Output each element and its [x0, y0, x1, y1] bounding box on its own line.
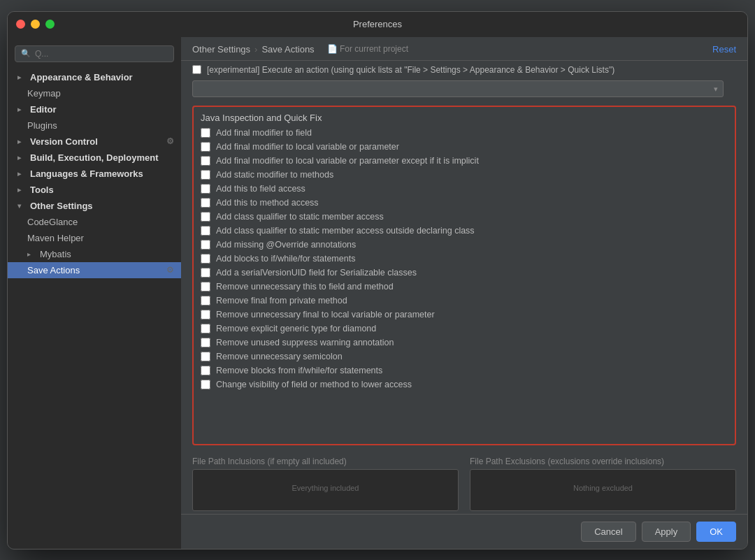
checkbox-add-this-method[interactable] [201, 198, 210, 208]
checkbox-label-remove-unnecessary-semicolon[interactable]: Remove unnecessary semicolon [216, 352, 343, 361]
checkbox-item-add-class-qualifier-outside: Add class qualifier to static member acc… [194, 224, 735, 238]
search-input[interactable] [35, 49, 168, 59]
chevron-icon: ▸ [27, 250, 36, 258]
inclusions-box[interactable]: Everything included [192, 469, 459, 511]
checkbox-add-class-qualifier[interactable] [201, 212, 210, 222]
checkbox-label-add-static-methods[interactable]: Add static modifier to methods [216, 170, 333, 180]
content-area: 🔍 ▸ Appearance & Behavior Keymap ▸ Edito… [8, 37, 747, 549]
combo-row [181, 78, 747, 103]
settings-icon: ⚙ [166, 265, 174, 275]
checkbox-add-final-field[interactable] [201, 128, 210, 138]
checkbox-remove-unnecessary-final[interactable] [201, 310, 210, 320]
checkbox-item-remove-final-private: Remove final from private method [194, 294, 735, 308]
chevron-icon: ▸ [17, 170, 26, 178]
sidebar-item-mybatis[interactable]: ▸ Mybatis [8, 246, 181, 262]
checkbox-item-add-override: Add missing @Override annotations [194, 238, 735, 252]
file-path-exclusions-col: File Path Exclusions (exclusions overrid… [470, 457, 736, 511]
sidebar-item-label: CodeGlance [27, 217, 78, 227]
checkbox-label-remove-unnecessary-this[interactable]: Remove unnecessary this to field and met… [216, 282, 394, 292]
chevron-icon: ▸ [17, 154, 26, 161]
checkbox-item-add-final-field: Add final modifier to field [194, 126, 735, 140]
checkbox-item-add-final-local: Add final modifier to local variable or … [194, 140, 735, 154]
spacer [459, 457, 470, 511]
exclusions-label: File Path Exclusions (exclusions overrid… [470, 457, 736, 468]
ok-button[interactable]: OK [696, 522, 736, 542]
apply-button[interactable]: Apply [642, 522, 691, 542]
checkbox-add-serialversionuid[interactable] [201, 268, 210, 278]
checkbox-label-add-serialversionuid[interactable]: Add a serialVersionUID field for Seriali… [216, 268, 417, 278]
sidebar-item-codeglance[interactable]: CodeGlance [8, 214, 181, 230]
sidebar-item-label: Build, Execution, Deployment [30, 152, 158, 163]
checkbox-add-this-field[interactable] [201, 184, 210, 194]
experimental-checkbox[interactable] [192, 65, 201, 74]
sidebar-item-version-control[interactable]: ▸ Version Control ⚙ [8, 134, 181, 150]
sidebar-item-label: Mybatis [40, 249, 71, 259]
sidebar-item-languages[interactable]: ▸ Languages & Frameworks [8, 166, 181, 182]
sidebar-item-other-settings[interactable]: ▾ Other Settings [8, 198, 181, 214]
checkbox-label-add-final-local[interactable]: Add final modifier to local variable or … [216, 142, 399, 152]
checkbox-item-add-static-methods: Add static modifier to methods [194, 168, 735, 182]
close-button[interactable] [16, 20, 25, 29]
search-box[interactable]: 🔍 [15, 45, 174, 62]
checkbox-label-change-visibility[interactable]: Change visibility of field or method to … [216, 380, 412, 389]
checkbox-item-add-blocks: Add blocks to if/while/for statements [194, 252, 735, 266]
sidebar-item-label: Other Settings [30, 201, 93, 211]
checkbox-remove-unnecessary-semicolon[interactable] [201, 352, 210, 361]
checkbox-label-add-final-field[interactable]: Add final modifier to field [216, 128, 312, 138]
project-link[interactable]: 📄 For current project [327, 44, 408, 54]
checkbox-change-visibility[interactable] [201, 380, 210, 389]
breadcrumb-parent[interactable]: Other Settings [192, 44, 250, 55]
checkbox-add-final-local-implicit[interactable] [201, 156, 210, 166]
minimize-button[interactable] [31, 20, 40, 29]
checkbox-label-remove-explicit-generic[interactable]: Remove explicit generic type for diamond [216, 324, 376, 333]
chevron-icon: ▸ [17, 138, 26, 145]
experimental-row: [experimental] Execute an action (using … [181, 61, 747, 78]
sidebar-item-tools[interactable]: ▸ Tools [8, 182, 181, 198]
sidebar-item-save-actions[interactable]: Save Actions ⚙ [8, 262, 181, 278]
checkbox-label-add-class-qualifier[interactable]: Add class qualifier to static member acc… [216, 212, 384, 222]
checkbox-remove-unnecessary-this[interactable] [201, 282, 210, 292]
inspection-title: Java Inspection and Quick Fix [194, 107, 735, 126]
sidebar-item-label: Languages & Frameworks [30, 168, 143, 179]
checkbox-item-remove-explicit-generic: Remove explicit generic type for diamond [194, 322, 735, 336]
checkbox-label-add-class-qualifier-outside[interactable]: Add class qualifier to static member acc… [216, 226, 475, 236]
breadcrumb: Other Settings › Save Actions 📄 For curr… [181, 37, 747, 61]
checkbox-label-add-override[interactable]: Add missing @Override annotations [216, 240, 356, 250]
sidebar-item-build[interactable]: ▸ Build, Execution, Deployment [8, 150, 181, 166]
checkbox-remove-explicit-generic[interactable] [201, 324, 210, 333]
checkbox-item-change-visibility: Change visibility of field or method to … [194, 378, 735, 392]
sidebar-item-plugins[interactable]: Plugins [8, 117, 181, 134]
checkbox-label-remove-final-private[interactable]: Remove final from private method [216, 296, 347, 306]
checkbox-label-remove-blocks[interactable]: Remove blocks from if/while/for statemen… [216, 366, 382, 375]
experimental-label[interactable]: [experimental] Execute an action (using … [207, 65, 614, 75]
checkbox-item-add-class-qualifier: Add class qualifier to static member acc… [194, 210, 735, 224]
checkbox-label-remove-unused-suppress[interactable]: Remove unused suppress warning annotatio… [216, 338, 394, 347]
checkbox-label-add-final-local-implicit[interactable]: Add final modifier to local variable or … [216, 156, 479, 166]
cancel-button[interactable]: Cancel [581, 522, 635, 542]
reset-button[interactable]: Reset [712, 44, 736, 55]
checkbox-add-final-local[interactable] [201, 142, 210, 152]
checkbox-label-add-this-field[interactable]: Add this to field access [216, 184, 305, 194]
breadcrumb-current: Save Actions [261, 44, 314, 55]
maximize-button[interactable] [45, 20, 55, 29]
sidebar-item-label: Appearance & Behavior [30, 72, 133, 82]
checkbox-add-class-qualifier-outside[interactable] [201, 226, 210, 236]
combo-wrapper [192, 80, 724, 97]
settings-icon: ⚙ [166, 136, 174, 146]
checkbox-label-add-blocks[interactable]: Add blocks to if/while/for statements [216, 254, 355, 264]
quick-list-select[interactable] [192, 80, 724, 97]
checkbox-remove-blocks[interactable] [201, 366, 210, 375]
checkbox-remove-unused-suppress[interactable] [201, 338, 210, 347]
sidebar-item-editor[interactable]: ▸ Editor [8, 101, 181, 117]
checkbox-label-add-this-method[interactable]: Add this to method access [216, 198, 319, 208]
sidebar-item-label: Save Actions [27, 265, 80, 275]
exclusions-box[interactable]: Nothing excluded [470, 469, 736, 511]
checkbox-add-blocks[interactable] [201, 254, 210, 264]
checkbox-add-static-methods[interactable] [201, 170, 210, 180]
checkbox-add-override[interactable] [201, 240, 210, 250]
checkbox-label-remove-unnecessary-final[interactable]: Remove unnecessary final to local variab… [216, 310, 435, 320]
sidebar-item-appearance[interactable]: ▸ Appearance & Behavior [8, 69, 181, 85]
checkbox-remove-final-private[interactable] [201, 296, 210, 306]
sidebar-item-maven-helper[interactable]: Maven Helper [8, 230, 181, 246]
sidebar-item-keymap[interactable]: Keymap [8, 85, 181, 101]
